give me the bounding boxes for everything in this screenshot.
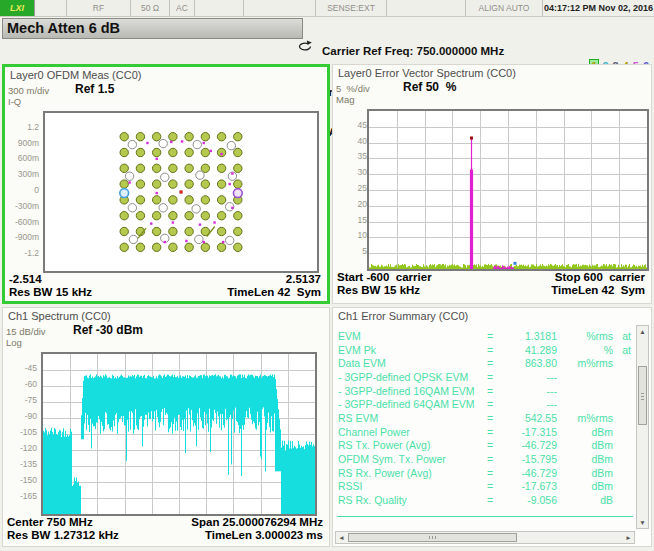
y-tick: 35 — [358, 151, 367, 161]
x-axis-range: Center 750 MHzSpan 25.000076294 MHz — [7, 516, 323, 528]
annunciator-cell: 50 Ω — [131, 0, 170, 16]
panel-footer: Res BW 15 kHzTimeLen 42 Sym — [337, 284, 645, 296]
panel-title: Layer0 Error Vector Spectrum (CC0) — [338, 67, 516, 79]
y-tick: -600m — [15, 217, 39, 227]
y-tick: 600m — [18, 153, 39, 163]
horizontal-scrollbar[interactable]: ◄ ► — [335, 531, 635, 544]
vertical-scrollbar[interactable]: ▲ ▼ — [636, 325, 649, 529]
y-tick: 0 — [34, 185, 39, 195]
x-axis-range: -2.5142.5137 — [9, 273, 321, 285]
scroll-right-icon[interactable]: ► — [623, 532, 634, 543]
y-tick: -60 — [25, 379, 37, 389]
evs-plot[interactable] — [367, 109, 649, 271]
mech-atten-annunciator: Mech Atten 6 dB — [2, 18, 303, 39]
annunciator-cell: AC — [170, 0, 195, 16]
axis-format-label: Log — [6, 337, 22, 348]
error-summary-row: RS Rx. Power (Avg)=-46.729dBm — [338, 466, 631, 480]
axis-format-label: I-Q — [8, 96, 21, 107]
panel-error-summary[interactable]: Ch1 Error Summary (CC0) EVM=1.3181%rmsat… — [332, 307, 652, 547]
y-tick: 25 — [358, 183, 367, 193]
ref-level: Ref -30 dBm — [73, 323, 143, 337]
y-tick: 15 — [358, 215, 367, 225]
y-tick: -75 — [25, 395, 37, 405]
error-summary-row: - 3GPP-defined 64QAM EVM=--- — [338, 397, 631, 411]
panel-title: Layer0 OFDM Meas (CC0) — [10, 69, 141, 81]
ref-level: Ref 1.5 — [75, 82, 114, 96]
annunciator-cell — [35, 0, 67, 16]
y-tick: 300m — [18, 169, 39, 179]
horizontal-scroll-thumb[interactable] — [348, 533, 517, 542]
error-summary-row: RSSI=-17.673dBm — [338, 480, 631, 494]
y-tick: -900m — [15, 232, 39, 242]
panel-title: Ch1 Error Summary (CC0) — [338, 310, 468, 322]
carrier-ref-freq: Carrier Ref Freq: 750.000000 MHz — [322, 45, 504, 59]
y-tick: 45 — [358, 120, 367, 130]
y-tick: 30 — [358, 167, 367, 177]
scroll-up-icon[interactable]: ▲ — [637, 326, 648, 337]
scale-per-div: 300 m/div — [8, 85, 49, 96]
ref-level: Ref 50 % — [403, 80, 456, 94]
y-tick: -300m — [15, 201, 39, 211]
annunciator-cell: SENSE:EXT — [316, 0, 387, 16]
y-tick: 10 — [358, 230, 367, 240]
status-strip: LXI RF50 ΩACSENSE:EXTALIGN AUTO 04:17:12… — [0, 0, 654, 17]
scroll-left-icon[interactable]: ◄ — [336, 532, 347, 543]
error-summary-row: - 3GPP-defined QPSK EVM=--- — [338, 370, 631, 384]
clock-display: 04:17:12 PM Nov 02, 2016 — [543, 0, 654, 16]
scroll-down-icon[interactable]: ▼ — [637, 517, 648, 528]
y-tick: 1.2 — [27, 122, 39, 132]
table-divider — [337, 516, 633, 517]
scale-per-div: 5 %/div — [336, 83, 370, 94]
annunciator-cell: ALIGN AUTO — [466, 0, 543, 16]
error-summary-row: - 3GPP-defined 16QAM EVM=--- — [338, 384, 631, 398]
y-tick: 900m — [18, 138, 39, 148]
y-tick: -90 — [25, 411, 37, 421]
panel-error-vector-spectrum[interactable]: Layer0 Error Vector Spectrum (CC0) 5 %/d… — [332, 64, 652, 304]
spectrum-plot[interactable] — [41, 352, 317, 516]
error-summary-row: Channel Power=-17.315dBm — [338, 425, 631, 439]
axis-format-label: Mag — [336, 94, 354, 105]
panel-ch1-spectrum[interactable]: Ch1 Spectrum (CC0) 15 dB/div Ref -30 dBm… — [2, 307, 330, 547]
panel-ofdm-meas[interactable]: Layer0 OFDM Meas (CC0) 300 m/div Ref 1.5… — [2, 64, 330, 304]
scale-per-div: 15 dB/div — [6, 326, 46, 337]
y-axis-ticks: -45-60-75-90-105-120-135-150-165 — [3, 352, 39, 512]
error-summary-row: EVM Pk=41.289%at — [338, 343, 631, 357]
panel-footer: Res BW 1.27312 kHzTimeLen 3.000023 ms — [7, 529, 323, 541]
y-axis-ticks: 1.2900m600m300m0-300m-600m-900m-1.2 — [5, 111, 41, 269]
vertical-scroll-thumb[interactable] — [638, 366, 647, 425]
error-summary-row: RS Rx. Quality=-9.056dB — [338, 493, 631, 507]
panel-footer: Res BW 15 kHzTimeLen 42 Sym — [9, 286, 321, 298]
lxi-badge: LXI — [0, 0, 35, 16]
y-axis-ticks: 45403530252015105 — [333, 109, 369, 267]
error-summary-row: RS EVM=542.55m%rms — [338, 411, 631, 425]
y-tick: -135 — [20, 459, 37, 469]
continuous-sweep-icon — [296, 39, 314, 57]
y-tick: -165 — [20, 491, 37, 501]
error-summary-row: OFDM Sym. Tx. Power=-15.795dBm — [338, 452, 631, 466]
x-axis-range: Start -600 carrierStop 600 carrier — [337, 271, 645, 283]
y-tick: 20 — [358, 199, 367, 209]
y-tick: -1.2 — [24, 248, 39, 258]
y-tick: -45 — [25, 363, 37, 373]
error-summary-table: EVM=1.3181%rmsatEVM Pk=41.289%atData EVM… — [338, 329, 631, 507]
constellation-plot[interactable] — [43, 111, 319, 273]
annunciator-cell — [387, 0, 466, 16]
y-tick: -105 — [20, 427, 37, 437]
annunciator-cell — [244, 0, 316, 16]
error-summary-row: Data EVM=863.80m%rms — [338, 356, 631, 370]
y-tick: 40 — [358, 136, 367, 146]
y-tick: -120 — [20, 443, 37, 453]
error-summary-row: EVM=1.3181%rmsat — [338, 329, 631, 343]
annunciator-cell: RF — [67, 0, 131, 16]
annunciator-cells: RF50 ΩACSENSE:EXTALIGN AUTO — [35, 0, 543, 16]
y-tick: -150 — [20, 475, 37, 485]
panel-title: Ch1 Spectrum (CC0) — [8, 310, 111, 322]
annunciator-cell — [195, 0, 244, 16]
error-summary-row: RS Tx. Power (Avg)=-46.729dBm — [338, 439, 631, 453]
